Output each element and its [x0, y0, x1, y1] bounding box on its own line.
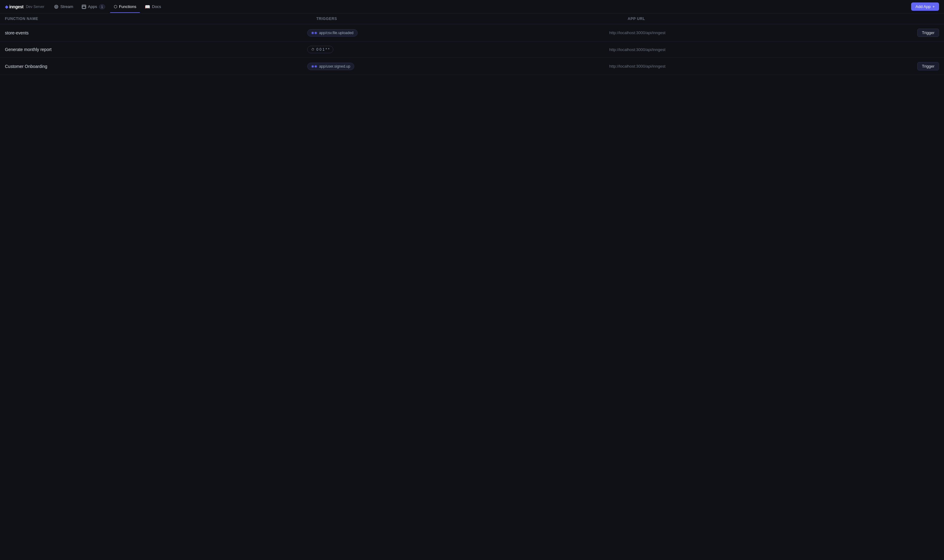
nav-item-stream[interactable]: Stream	[51, 3, 77, 11]
cron-icon: ⏱	[311, 48, 314, 51]
table-header: Function Name Triggers App URL	[0, 14, 944, 24]
trigger-pill-event: ◉◉ app/csv.file.uploaded	[307, 29, 357, 37]
svg-point-1	[55, 6, 57, 8]
table-row[interactable]: store-events ◉◉ app/csv.file.uploaded ht…	[0, 24, 944, 42]
function-name-customer-onboarding: Customer Onboarding	[5, 64, 307, 69]
nav-stream-label: Stream	[60, 4, 73, 9]
nav-functions-label: Functions	[119, 4, 136, 9]
col-function-name: Function Name	[5, 17, 316, 21]
app-url-monthly-report: http://localhost:3000/api/inngest	[609, 47, 912, 52]
navigation: ◆ inngest Dev Server Stream Apps 1 ⬡	[0, 0, 944, 14]
functions-icon: ⬡	[114, 4, 117, 9]
inngest-wordmark: ◆ inngest	[5, 4, 23, 9]
table-row[interactable]: Customer Onboarding ◉◉ app/user.signed.u…	[0, 58, 944, 75]
add-app-button[interactable]: Add App +	[911, 3, 939, 11]
trigger-pill-cron: ⏱ 0 0 1 * *	[307, 46, 334, 53]
action-cell-store-events: Trigger	[912, 29, 939, 37]
apps-icon	[82, 5, 86, 9]
trigger-cell-store-events: ◉◉ app/csv.file.uploaded	[307, 29, 610, 37]
trigger-pill-event-onboarding: ◉◉ app/user.signed.up	[307, 63, 354, 70]
trigger-button-customer-onboarding[interactable]: Trigger	[917, 62, 939, 71]
trigger-event-label: app/csv.file.uploaded	[319, 31, 354, 35]
functions-table: Function Name Triggers App URL store-eve…	[0, 14, 944, 75]
trigger-cell-monthly-report: ⏱ 0 0 1 * *	[307, 46, 610, 53]
trigger-cron-label: 0 0 1 * *	[316, 47, 330, 52]
trigger-event-label-onboarding: app/user.signed.up	[319, 64, 350, 69]
app-url-store-events: http://localhost:3000/api/inngest	[609, 31, 912, 35]
col-app-url: App URL	[628, 17, 939, 21]
docs-icon: 📖	[145, 4, 150, 9]
add-app-plus-icon: +	[932, 4, 935, 9]
event-icon-onboarding: ◉◉	[311, 64, 317, 68]
nav-docs-label: Docs	[152, 4, 161, 9]
svg-rect-2	[82, 5, 85, 8]
logo: ◆ inngest Dev Server	[5, 4, 44, 9]
function-name-store-events: store-events	[5, 31, 307, 35]
event-icon: ◉◉	[311, 31, 317, 35]
add-app-label: Add App	[915, 4, 930, 9]
nav-item-apps[interactable]: Apps 1	[78, 3, 109, 11]
action-cell-customer-onboarding: Trigger	[912, 62, 939, 71]
nav-apps-label: Apps	[88, 4, 97, 9]
stream-icon	[54, 5, 59, 9]
svg-point-0	[55, 5, 58, 8]
app-url-customer-onboarding: http://localhost:3000/api/inngest	[609, 64, 912, 69]
server-label: Dev Server	[26, 5, 44, 9]
col-triggers: Triggers	[316, 17, 628, 21]
apps-badge: 1	[99, 4, 105, 9]
trigger-button-store-events[interactable]: Trigger	[917, 29, 939, 37]
nav-item-docs[interactable]: 📖 Docs	[141, 3, 165, 11]
table-row[interactable]: Generate monthly report ⏱ 0 0 1 * * http…	[0, 42, 944, 58]
function-name-monthly-report: Generate monthly report	[5, 47, 307, 52]
nav-item-functions[interactable]: ⬡ Functions	[110, 3, 140, 11]
trigger-cell-customer-onboarding: ◉◉ app/user.signed.up	[307, 63, 610, 70]
